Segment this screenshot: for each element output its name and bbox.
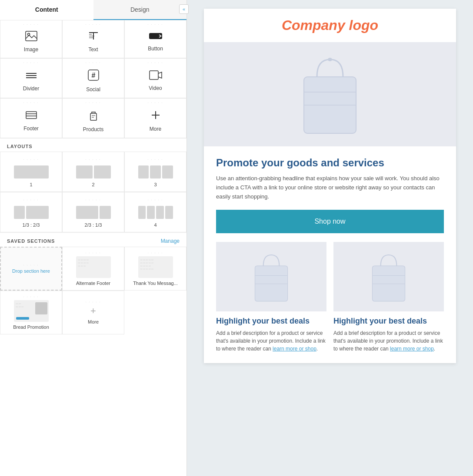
- email-header: Company logo: [204, 9, 456, 42]
- saved-more[interactable]: · · · · · + More: [62, 291, 124, 334]
- svg-rect-0: [26, 31, 37, 41]
- divider-icon: [25, 70, 37, 83]
- product-link-2[interactable]: learn more or shop: [390, 346, 434, 352]
- product-image-1: [216, 242, 326, 311]
- svg-point-25: [328, 58, 332, 61]
- product-title-2: Highlight your best deals: [333, 317, 444, 326]
- block-social-label: Social: [86, 86, 100, 93]
- saved-dots: · · · · ·: [86, 301, 101, 304]
- layout-dots: · · · · ·: [86, 158, 101, 161]
- tab-design[interactable]: Design: [93, 0, 187, 19]
- block-video-label: Video: [149, 85, 162, 91]
- layout-3-label: 3: [154, 182, 157, 187]
- more-icon: [150, 109, 161, 123]
- block-dots: · · · · ·: [148, 61, 163, 64]
- saved-thank-you-label: Thank You Messag...: [133, 281, 178, 286]
- block-text-label: Text: [88, 46, 98, 53]
- block-dots: · · · · ·: [148, 23, 163, 26]
- text-icon: [87, 31, 100, 44]
- block-dots: · · · · ·: [148, 101, 163, 104]
- product-bag-1-svg: [250, 248, 293, 305]
- layout-4-preview: [138, 206, 173, 219]
- manage-link[interactable]: Manage: [161, 238, 180, 244]
- email-hero-image: [204, 42, 456, 146]
- shop-now-button[interactable]: Shop now: [216, 210, 444, 233]
- block-social[interactable]: · · · · · # Social: [62, 58, 124, 98]
- products-icon: [87, 109, 100, 124]
- layout-dots: · · · · ·: [148, 158, 163, 161]
- email-headline: Promote your goods and services: [216, 157, 444, 169]
- block-divider-label: Divider: [23, 86, 39, 92]
- block-image-label: Image: [24, 46, 38, 53]
- block-more[interactable]: · · · · · More: [124, 98, 187, 138]
- social-icon: #: [87, 69, 100, 84]
- svg-rect-16: [26, 112, 37, 119]
- block-dots: · · · · ·: [23, 23, 39, 26]
- product-bag-2-svg: [367, 248, 410, 305]
- product-desc-2: Add a brief description for a product or…: [333, 329, 444, 353]
- tab-content[interactable]: Content: [0, 0, 93, 20]
- block-button-label: Button: [148, 46, 163, 52]
- saved-alt-footer-preview: — — — —— — — —— — —: [76, 256, 111, 278]
- saved-dots: · · · · ·: [23, 295, 39, 298]
- block-dots: · · · · ·: [86, 101, 101, 104]
- block-button[interactable]: · · · · · Button: [124, 20, 187, 58]
- image-icon: [25, 31, 37, 44]
- tabs: Content Design: [0, 0, 187, 20]
- svg-rect-28: [255, 266, 288, 301]
- product-image-2: [333, 242, 444, 311]
- block-text[interactable]: · · · · · Text: [62, 20, 124, 58]
- video-icon: [149, 70, 162, 83]
- layout-dots: · · · · ·: [23, 158, 39, 161]
- saved-drop-section[interactable]: · · · · · Drop section here: [0, 247, 62, 291]
- block-dots: · · · · ·: [86, 61, 101, 64]
- saved-dots: · · · · ·: [148, 251, 163, 255]
- block-products[interactable]: · · · · · Products: [62, 98, 124, 138]
- layout-1-3-2-3[interactable]: · · · · · 1/3 : 2/3: [0, 192, 62, 232]
- block-video[interactable]: · · · · · Video: [124, 58, 187, 98]
- svg-text:#: #: [91, 72, 95, 79]
- email-body-text: Use an attention-grabbing headline that …: [216, 174, 444, 201]
- left-panel: Content Design · · · · · Image · · · · ·…: [0, 0, 187, 476]
- saved-more-label: More: [88, 319, 99, 324]
- products-row: Highlight your best deals Add a brief de…: [216, 242, 444, 353]
- product-card-1: Highlight your best deals Add a brief de…: [216, 242, 326, 353]
- email-content: Promote your goods and services Use an a…: [204, 146, 456, 363]
- saved-alt-footer[interactable]: · · · · · — — — —— — — —— — — Alternate …: [62, 247, 124, 291]
- layout-2-3-1-3[interactable]: · · · · · 2/3 : 1/3: [62, 192, 124, 232]
- layout-2[interactable]: · · · · · 2: [62, 152, 124, 192]
- collapse-panel-button[interactable]: «: [179, 4, 189, 14]
- layout-dots: · · · · ·: [23, 198, 39, 202]
- saved-sections-header: SAVED SECTIONS Manage: [0, 233, 187, 247]
- saved-dots: · · · · ·: [86, 251, 101, 255]
- saved-bread-promo-label: Bread Promotion: [13, 324, 49, 330]
- block-products-label: Products: [83, 126, 103, 132]
- saved-thank-you[interactable]: · · · · · — — — — —— — — — —— — — —— — —…: [124, 247, 187, 291]
- layout-dots: · · · · ·: [86, 198, 101, 202]
- product-link-1[interactable]: learn more or shop: [273, 346, 316, 352]
- layout-thirds-right-label: 2/3 : 1/3: [85, 222, 102, 228]
- block-footer-label: Footer: [23, 126, 39, 132]
- saved-more-plus-icon: +: [90, 305, 96, 317]
- saved-alt-footer-label: Alternate Footer: [76, 281, 110, 286]
- saved-sections-title: SAVED SECTIONS: [7, 238, 55, 244]
- layout-3[interactable]: · · · · · 3: [124, 152, 187, 192]
- block-dots: · · · · ·: [86, 23, 101, 26]
- layout-thirds-right-preview: [76, 206, 111, 219]
- block-image[interactable]: · · · · · Image: [0, 20, 62, 58]
- block-divider[interactable]: · · · · · Divider: [0, 58, 62, 98]
- svg-rect-19: [90, 113, 97, 120]
- saved-bread-promo[interactable]: · · · · · — —— — — Bread Promotion: [0, 291, 62, 334]
- email-container: Company logo Promote your goods and serv…: [204, 9, 456, 363]
- svg-rect-31: [373, 266, 405, 301]
- layout-1[interactable]: · · · · · 1: [0, 152, 62, 192]
- layout-4-label: 4: [154, 222, 157, 228]
- layout-thirds-left-preview: [14, 206, 49, 219]
- layout-1-preview: [14, 165, 49, 178]
- block-footer[interactable]: · · · · · Footer: [0, 98, 62, 138]
- saved-dots: · · · · ·: [23, 264, 39, 267]
- layout-4[interactable]: · · · · · 4: [124, 192, 187, 232]
- product-desc-1: Add a brief description for a product or…: [216, 329, 326, 353]
- product-card-2: Highlight your best deals Add a brief de…: [333, 242, 444, 353]
- layout-thirds-left-label: 1/3 : 2/3: [23, 222, 40, 228]
